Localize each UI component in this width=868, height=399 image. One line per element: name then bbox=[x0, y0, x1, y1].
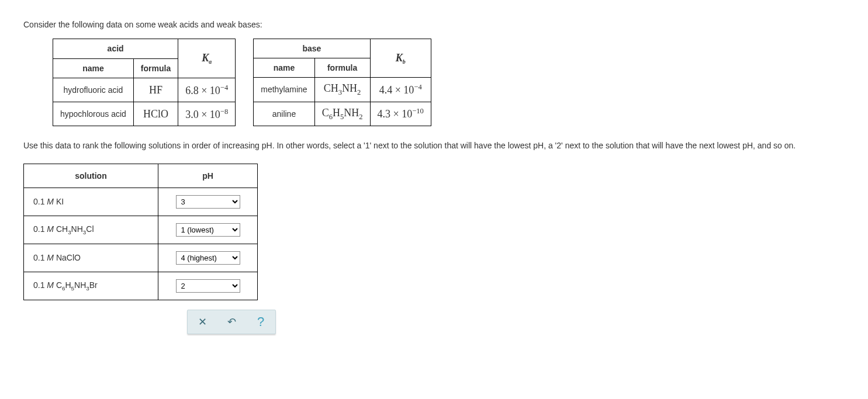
table-row: 0.1 M NaClO1 (lowest)234 (highest) bbox=[24, 244, 258, 272]
data-tables-row: acid Ka name formula hydrofluoric acid H… bbox=[53, 39, 845, 126]
acid-name: hypochlorous acid bbox=[53, 102, 134, 126]
table-row: aniline C6H5NH2 4.3 × 10−10 bbox=[254, 102, 431, 126]
base-formula: CH3NH2 bbox=[314, 78, 370, 102]
acid-formula: HF bbox=[133, 78, 178, 102]
acid-header: acid bbox=[53, 39, 178, 59]
ph-cell: 1 (lowest)234 (highest) bbox=[158, 244, 258, 272]
ka-exp: −8 bbox=[220, 107, 228, 116]
kb-exp: −4 bbox=[414, 83, 421, 91]
table-row: hydrofluoric acid HF 6.8 × 10−4 bbox=[53, 78, 236, 102]
rank-select[interactable]: 1 (lowest)234 (highest) bbox=[176, 195, 240, 209]
ka-coeff: 6.8 bbox=[185, 85, 199, 96]
acid-formula: HClO bbox=[133, 102, 178, 126]
ka-subscript: a bbox=[209, 58, 212, 65]
ph-cell: 1 (lowest)234 (highest) bbox=[158, 188, 258, 216]
table-row: 0.1 M C6H5NH3Br1 (lowest)234 (highest) bbox=[24, 272, 258, 300]
rank-select[interactable]: 1 (lowest)234 (highest) bbox=[176, 251, 240, 265]
solution-label: 0.1 M C6H5NH3Br bbox=[24, 272, 158, 300]
answer-col-ph: pH bbox=[158, 164, 258, 188]
undo-icon: ↶ bbox=[227, 315, 236, 328]
ka-symbol: K bbox=[202, 52, 209, 64]
help-button[interactable]: ? bbox=[246, 310, 275, 334]
intro-text: Consider the following data on some weak… bbox=[23, 20, 845, 29]
help-icon: ? bbox=[257, 314, 264, 329]
clear-button[interactable]: ✕ bbox=[188, 310, 217, 334]
base-kb: 4.3 × 10−10 bbox=[370, 102, 431, 126]
ph-cell: 1 (lowest)234 (highest) bbox=[158, 272, 258, 300]
solution-label: 0.1 M NaClO bbox=[24, 244, 158, 272]
base-header: base bbox=[254, 39, 370, 58]
acid-col-formula: formula bbox=[133, 58, 178, 78]
base-table: base Kb name formula methylamine CH3NH2 … bbox=[253, 39, 431, 126]
table-row: 0.1 M CH3NH3Cl1 (lowest)234 (highest) bbox=[24, 216, 258, 244]
rank-select[interactable]: 1 (lowest)234 (highest) bbox=[176, 279, 240, 293]
solution-label: 0.1 M KI bbox=[24, 188, 158, 216]
base-name: aniline bbox=[254, 102, 314, 126]
ka-coeff: 3.0 bbox=[185, 109, 199, 120]
base-kb: 4.4 × 10−4 bbox=[370, 78, 431, 102]
acid-ka: 3.0 × 10−8 bbox=[178, 102, 236, 126]
kb-coeff: 4.4 bbox=[379, 84, 393, 96]
rank-select[interactable]: 1 (lowest)234 (highest) bbox=[176, 223, 240, 237]
acid-table: acid Ka name formula hydrofluoric acid H… bbox=[53, 39, 236, 126]
base-col-name: name bbox=[254, 58, 314, 78]
close-icon: ✕ bbox=[198, 315, 207, 328]
instructions-text: Use this data to rank the following solu… bbox=[23, 140, 845, 152]
action-toolbar: ✕ ↶ ? bbox=[187, 310, 276, 334]
ka-exp: −4 bbox=[220, 84, 228, 92]
table-row: methylamine CH3NH2 4.4 × 10−4 bbox=[254, 78, 431, 102]
kb-subscript: b bbox=[403, 58, 406, 64]
acid-name: hydrofluoric acid bbox=[53, 78, 134, 102]
ka-header: Ka bbox=[178, 39, 236, 78]
acid-col-name: name bbox=[53, 58, 134, 78]
answer-table: solution pH 0.1 M KI1 (lowest)234 (highe… bbox=[23, 164, 258, 300]
base-formula: C6H5NH2 bbox=[314, 102, 370, 126]
kb-exp: −10 bbox=[412, 107, 424, 115]
solution-label: 0.1 M CH3NH3Cl bbox=[24, 216, 158, 244]
answer-col-solution: solution bbox=[24, 164, 158, 188]
base-col-formula: formula bbox=[314, 58, 370, 78]
ph-cell: 1 (lowest)234 (highest) bbox=[158, 216, 258, 244]
acid-ka: 6.8 × 10−4 bbox=[178, 78, 236, 102]
kb-coeff: 4.3 bbox=[378, 108, 391, 120]
kb-symbol: K bbox=[396, 52, 403, 64]
table-row: 0.1 M KI1 (lowest)234 (highest) bbox=[24, 188, 258, 216]
kb-header: Kb bbox=[370, 39, 431, 78]
table-row: hypochlorous acid HClO 3.0 × 10−8 bbox=[53, 102, 236, 126]
base-name: methylamine bbox=[254, 78, 314, 102]
reset-button[interactable]: ↶ bbox=[217, 310, 246, 334]
